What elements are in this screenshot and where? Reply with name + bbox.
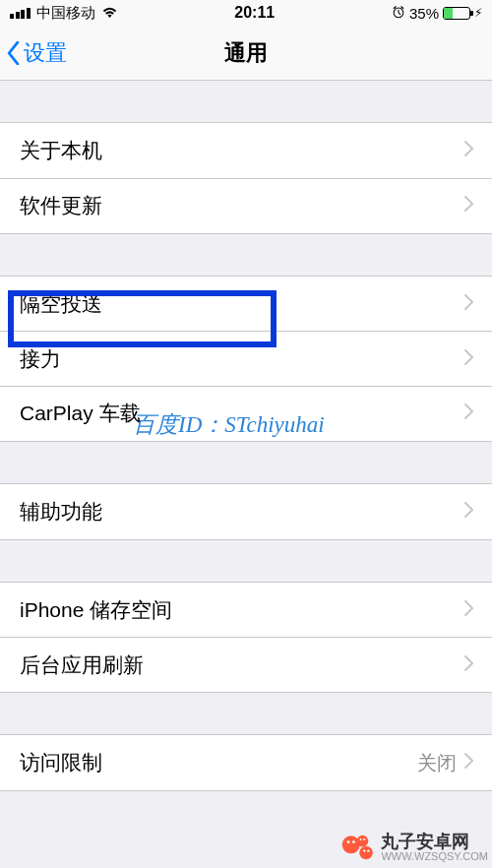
svg-point-5 [352, 840, 355, 843]
handoff-row[interactable]: 接力 [0, 331, 492, 386]
chevron-right-icon [464, 753, 474, 773]
svg-point-6 [360, 838, 362, 840]
software-update-row[interactable]: 软件更新 [0, 178, 492, 233]
chevron-right-icon [464, 655, 474, 675]
status-time: 20:11 [234, 4, 275, 22]
cell-label: 隔空投送 [20, 290, 464, 318]
back-label: 设置 [24, 38, 67, 68]
carplay-row[interactable]: CarPlay 车载 [0, 386, 492, 441]
chevron-right-icon [464, 349, 474, 369]
chevron-right-icon [464, 294, 474, 314]
cell-label: 软件更新 [20, 192, 464, 219]
cell-value: 关闭 [417, 750, 457, 776]
svg-point-3 [360, 846, 374, 860]
airdrop-row[interactable]: 隔空投送 [0, 277, 492, 332]
svg-point-9 [368, 849, 370, 851]
svg-point-7 [364, 838, 366, 840]
status-right: 35% ⚡︎ [392, 5, 482, 22]
cell-label: 访问限制 [20, 749, 417, 776]
settings-list: 关于本机 软件更新 隔空投送 接力 CarPlay 车载 辅助功能 [0, 81, 492, 791]
chevron-right-icon [464, 502, 474, 522]
svg-point-4 [347, 840, 350, 843]
charging-icon: ⚡︎ [474, 6, 482, 20]
accessibility-row[interactable]: 辅助功能 [0, 484, 492, 539]
carrier-label: 中国移动 [36, 4, 95, 23]
status-left: 中国移动 [10, 4, 118, 23]
nav-bar: 设置 通用 [0, 26, 492, 81]
about-row[interactable]: 关于本机 [0, 123, 492, 178]
svg-point-1 [342, 836, 360, 853]
watermark-bottom: 丸子安卓网 WWW.WZSQSY.COM [339, 830, 488, 865]
restrictions-row[interactable]: 访问限制 关闭 [0, 735, 492, 790]
battery-icon [443, 7, 470, 20]
cell-label: 接力 [20, 345, 464, 373]
wifi-icon [101, 5, 118, 22]
chevron-right-icon [464, 141, 474, 160]
svg-point-8 [363, 849, 365, 851]
chevron-right-icon [464, 403, 474, 423]
chevron-right-icon [464, 196, 474, 216]
signal-icon [10, 8, 31, 19]
watermark-brand: 丸子安卓网 [381, 833, 488, 851]
battery-percent: 35% [409, 5, 439, 22]
background-refresh-row[interactable]: 后台应用刷新 [0, 637, 492, 692]
watermark-logo-icon [339, 830, 375, 865]
alarm-icon [392, 5, 405, 22]
page-title: 通用 [224, 38, 268, 68]
back-button[interactable]: 设置 [6, 38, 67, 68]
cell-label: CarPlay 车载 [20, 400, 464, 427]
iphone-storage-row[interactable]: iPhone 储存空间 [0, 583, 492, 638]
cell-label: 后台应用刷新 [20, 651, 464, 679]
chevron-right-icon [464, 600, 474, 620]
cell-label: iPhone 储存空间 [20, 596, 464, 624]
watermark-url: WWW.WZSQSY.COM [381, 851, 488, 863]
svg-point-2 [357, 836, 369, 847]
cell-label: 关于本机 [20, 137, 464, 164]
cell-label: 辅助功能 [20, 498, 464, 526]
status-bar: 中国移动 20:11 35% ⚡︎ [0, 0, 492, 26]
